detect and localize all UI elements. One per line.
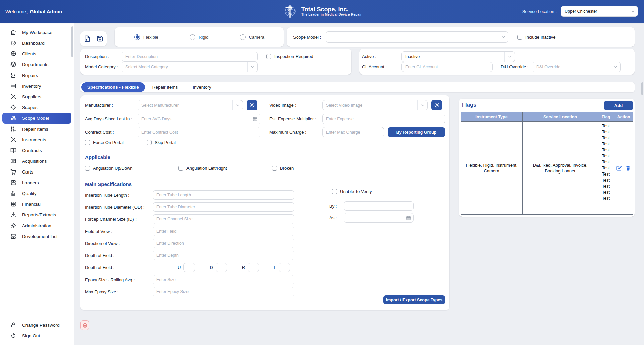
crosshair-icon — [10, 104, 16, 110]
active-select[interactable]: Inactive — [401, 51, 515, 62]
checkbox-icon — [517, 35, 522, 40]
save-button[interactable] — [95, 33, 106, 44]
dof-letter: R — [242, 265, 245, 270]
header: Welcome, Global Admin — [0, 0, 644, 23]
est-expense-input[interactable] — [322, 114, 445, 124]
new-record-button[interactable] — [82, 33, 93, 44]
home-icon — [10, 29, 16, 35]
flags-table-header-row: Instrument Type Service Location Flag Ac… — [461, 112, 633, 122]
direction-of-view-input[interactable] — [153, 239, 294, 248]
sidebar-item-repair-items[interactable]: Repair Items — [2, 124, 71, 134]
model-category-select[interactable]: Select Model Category — [122, 62, 258, 72]
instrument-type-value: Flexible, Rigid, Instrument, Camera — [461, 161, 522, 175]
flag-value: Test — [598, 171, 613, 177]
scope-model-select[interactable] — [326, 31, 508, 43]
sidebar-item-contracts[interactable]: Contracts — [2, 145, 71, 156]
sidebar-item-financial[interactable]: Financial — [2, 199, 71, 209]
skip-portal-checkbox[interactable]: Skip Portal — [147, 140, 176, 145]
edit-flag-icon[interactable] — [616, 165, 622, 171]
tab-specifications-flexible[interactable]: Specifications - Flexible — [81, 82, 145, 92]
sidebar-item-my-workspace[interactable]: My Workspace — [2, 27, 71, 38]
insertion-tube-diameter-od-input[interactable] — [153, 202, 294, 212]
insertion-tube-length-input[interactable] — [153, 190, 294, 200]
sidebar-item-administration[interactable]: Administration — [2, 220, 71, 231]
broken-checkbox[interactable]: Broken — [272, 166, 366, 171]
sidebar-item-repairs[interactable]: Repairs — [2, 70, 71, 81]
include-inactive-checkbox[interactable]: Include Inactive — [517, 35, 555, 40]
sidebar-item-development-list[interactable]: Development List — [2, 231, 71, 242]
globe-icon — [10, 51, 16, 57]
manufacturer-select[interactable]: Select Manufacturer — [138, 100, 243, 110]
dof-input-r[interactable] — [248, 263, 259, 272]
sidebar-item-acquisitions[interactable]: Acquisitions — [2, 156, 71, 166]
epoxy-size-rolling-avg-input[interactable] — [153, 275, 294, 284]
sidebar-item-inventory[interactable]: Inventory — [2, 81, 71, 91]
scope-type-radio-camera[interactable]: Camera — [240, 34, 264, 40]
sidebar-item-carts[interactable]: Carts — [2, 166, 71, 177]
sidebar-item-clients[interactable]: Clients — [2, 48, 71, 59]
drawer-icon — [10, 233, 16, 239]
maximum-charge-input[interactable] — [322, 127, 384, 137]
angulation-left-right-checkbox[interactable]: Angulation Left/Right — [178, 166, 272, 171]
add-flag-button[interactable]: Add — [604, 101, 633, 110]
dof-input-u[interactable] — [183, 263, 195, 272]
flag-value: Test — [598, 147, 613, 153]
sidebar-item-reports-extracts[interactable]: Reports/Extracts — [2, 209, 71, 220]
contract-cost-input[interactable] — [138, 127, 260, 137]
max-epoxy-size-label: Max Epoxy Size : — [85, 289, 153, 294]
inspection-required-checkbox[interactable]: Inspection Required — [266, 54, 313, 59]
video-image-select[interactable]: Select Video Image — [322, 100, 428, 110]
dof-inputs: UDRL — [178, 263, 290, 272]
gl-account-input[interactable] — [401, 62, 493, 72]
avg-days-input[interactable] — [138, 114, 260, 124]
radio-label: Rigid — [199, 35, 209, 40]
tab-inventory[interactable]: Inventory — [185, 82, 219, 92]
depth-of-field-input[interactable] — [153, 251, 294, 260]
sidebar-item-loaners[interactable]: Loaners — [2, 177, 71, 188]
service-location-select[interactable]: Upper Chichester — [561, 6, 638, 17]
dof-input-d[interactable] — [216, 263, 227, 272]
import-export-scope-types-button[interactable]: Import / Export Scope Types — [383, 295, 445, 304]
force-on-portal-checkbox[interactable]: Force On Portal — [85, 140, 147, 145]
forcep-channel-size-id-input[interactable] — [153, 214, 294, 224]
scope-model-card: Scope Model : Include Inactive — [287, 27, 635, 47]
flag-value: Test — [598, 153, 613, 159]
by-reporting-group-button[interactable]: By Reporting Group — [388, 127, 445, 137]
service-location-value: D&I, Req, Approval, Invoice, Booking Loa… — [523, 161, 597, 175]
sidebar-scrollbar-thumb[interactable] — [71, 26, 73, 57]
sidebar-item-dashboard[interactable]: Dashboard — [2, 38, 71, 48]
field-of-view-input[interactable] — [153, 227, 294, 236]
dof-input-l[interactable] — [279, 263, 290, 272]
sidebar-item-departments[interactable]: Departments — [2, 59, 71, 70]
verified-as-input[interactable] — [344, 213, 414, 223]
sidebar-item-change-password[interactable]: Change Password — [2, 319, 71, 330]
unable-to-verify-checkbox[interactable]: Unable To Verify — [332, 189, 372, 194]
video-image-settings-button[interactable] — [431, 100, 442, 110]
service-location-label: Service Location : — [522, 9, 557, 14]
sidebar-item-scope-model[interactable]: Scope Model — [2, 113, 71, 124]
sidebar-item-label: Loaners — [22, 180, 39, 185]
book-icon — [10, 147, 16, 153]
sidebar-item-scopes[interactable]: Scopes — [2, 102, 71, 113]
sidebar-item-quality[interactable]: Quality — [2, 188, 71, 199]
angulation-up-down-checkbox[interactable]: Angulation Up/Down — [85, 166, 178, 171]
sidebar-item-sign-out[interactable]: Sign Out — [2, 330, 71, 341]
brand-subtitle: The Leader in Medical Device Repair — [301, 13, 362, 16]
manufacturer-settings-button[interactable] — [247, 100, 257, 110]
page-scrollbar-thumb[interactable] — [641, 82, 643, 95]
sidebar-item-suppliers[interactable]: Suppliers — [2, 91, 71, 102]
di-override-select[interactable]: D&I Override — [533, 62, 621, 72]
specifications-card: Manufacturer : Select Manufacturer Video… — [80, 95, 449, 310]
checkbox-icon — [272, 166, 277, 171]
tab-repair-items[interactable]: Repair Items — [145, 82, 185, 92]
scope-type-radio-rigid[interactable]: Rigid — [190, 34, 209, 40]
sidebar-item-instruments[interactable]: Instruments — [2, 134, 71, 145]
description-input[interactable] — [122, 52, 258, 62]
max-epoxy-size-input[interactable] — [153, 287, 294, 296]
delete-flag-icon[interactable] — [625, 165, 631, 171]
chevron-down-icon — [498, 32, 508, 42]
manufacturer-row: Manufacturer : Select Manufacturer — [85, 100, 257, 110]
scope-type-radio-flexible[interactable]: Flexible — [134, 34, 158, 40]
verified-by-input[interactable] — [344, 201, 414, 211]
delete-record-button[interactable] — [80, 320, 89, 330]
